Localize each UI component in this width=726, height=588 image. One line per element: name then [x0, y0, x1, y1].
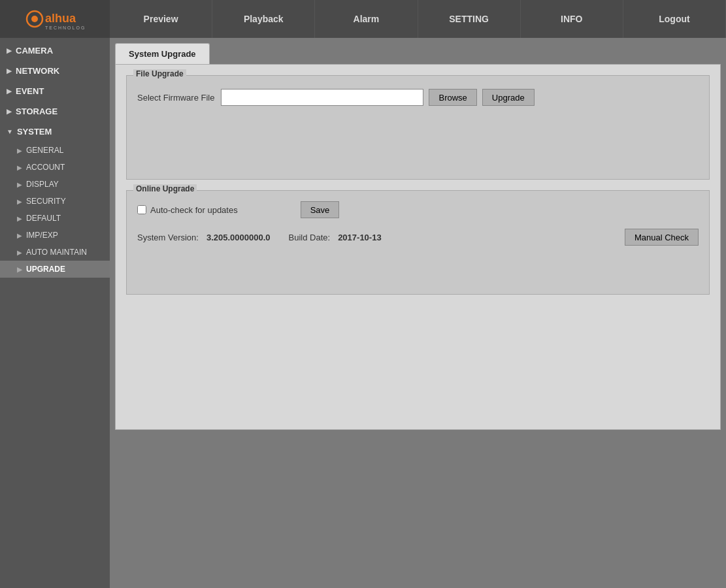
svg-point-1 — [31, 16, 38, 22]
camera-arrow-icon: ▶ — [7, 47, 12, 54]
security-arrow-icon: ▶ — [17, 198, 22, 205]
auto-check-label: Auto-check for updates — [150, 205, 238, 215]
sidebar-item-system[interactable]: ▼ SYSTEM — [0, 122, 110, 142]
nav-setting[interactable]: SETTING — [418, 0, 521, 38]
tab-system-upgrade[interactable]: System Upgrade — [115, 43, 210, 64]
sidebar-item-storage[interactable]: ▶ STORAGE — [0, 101, 110, 122]
nav-preview[interactable]: Preview — [110, 0, 212, 38]
sidebar-item-imp-exp[interactable]: ▶ IMP/EXP — [0, 227, 110, 244]
main-layout: ▶ CAMERA ▶ NETWORK ▶ EVENT ▶ STORAGE ▼ S… — [0, 38, 726, 588]
sidebar-item-general[interactable]: ▶ GENERAL — [0, 142, 110, 159]
online-upgrade-row1: Auto-check for updates Save — [127, 191, 709, 223]
build-date-value: 2017-10-13 — [338, 233, 382, 242]
auto-check-checkbox[interactable] — [137, 205, 146, 214]
sidebar-item-auto-maintain[interactable]: ▶ AUTO MAINTAIN — [0, 244, 110, 261]
svg-text:TECHNOLOGY: TECHNOLOGY — [45, 25, 84, 30]
system-version-value: 3.205.0000000.0 — [206, 233, 271, 242]
sidebar-item-upgrade[interactable]: ▶ UPGRADE — [0, 261, 110, 278]
system-arrow-icon: ▼ — [7, 128, 13, 135]
content-panel: File Upgrade Select Firmware File Browse… — [115, 64, 721, 430]
online-upgrade-row2: System Version: 3.205.0000000.0 Build Da… — [127, 223, 709, 256]
browse-button[interactable]: Browse — [429, 89, 476, 106]
main-nav: Preview Playback Alarm SETTING INFO Logo… — [110, 0, 726, 38]
nav-info[interactable]: INFO — [521, 0, 623, 38]
topbar: alhua TECHNOLOGY Preview Playback Alarm … — [0, 0, 726, 38]
display-arrow-icon: ▶ — [17, 181, 22, 188]
online-upgrade-section: Online Upgrade Auto-check for updates Sa… — [126, 190, 710, 295]
storage-arrow-icon: ▶ — [7, 108, 12, 115]
nav-alarm[interactable]: Alarm — [315, 0, 418, 38]
sidebar-item-camera[interactable]: ▶ CAMERA — [0, 41, 110, 61]
save-button[interactable]: Save — [301, 201, 340, 218]
sidebar-item-default[interactable]: ▶ DEFAULT — [0, 210, 110, 227]
sidebar: ▶ CAMERA ▶ NETWORK ▶ EVENT ▶ STORAGE ▼ S… — [0, 38, 110, 588]
nav-logout[interactable]: Logout — [623, 0, 726, 38]
build-date-label: Build Date: — [289, 233, 331, 242]
account-arrow-icon: ▶ — [17, 164, 22, 171]
sidebar-item-event[interactable]: ▶ EVENT — [0, 81, 110, 101]
firmware-file-input[interactable] — [221, 89, 423, 106]
event-arrow-icon: ▶ — [7, 88, 12, 95]
content-area: System Upgrade File Upgrade Select Firmw… — [110, 38, 726, 588]
upgrade-arrow-icon: ▶ — [17, 266, 22, 273]
auto-maintain-arrow-icon: ▶ — [17, 249, 22, 256]
auto-check-wrapper: Auto-check for updates — [137, 205, 238, 215]
file-upgrade-title: File Upgrade — [133, 69, 186, 78]
online-upgrade-title: Online Upgrade — [133, 184, 197, 193]
network-arrow-icon: ▶ — [7, 67, 12, 74]
general-arrow-icon: ▶ — [17, 147, 22, 154]
system-submenu: ▶ GENERAL ▶ ACCOUNT ▶ DISPLAY ▶ SECURITY… — [0, 142, 110, 278]
sidebar-item-security[interactable]: ▶ SECURITY — [0, 193, 110, 210]
file-upgrade-section: File Upgrade Select Firmware File Browse… — [126, 75, 710, 180]
sidebar-item-network[interactable]: ▶ NETWORK — [0, 61, 110, 81]
system-version-label: System Version: — [137, 233, 199, 242]
tab-bar: System Upgrade — [115, 43, 721, 64]
manual-check-button[interactable]: Manual Check — [625, 229, 699, 246]
imp-exp-arrow-icon: ▶ — [17, 232, 22, 239]
select-firmware-label: Select Firmware File — [137, 93, 214, 103]
nav-playback[interactable]: Playback — [212, 0, 315, 38]
svg-text:alhua: alhua — [45, 12, 76, 25]
default-arrow-icon: ▶ — [17, 215, 22, 222]
logo-area: alhua TECHNOLOGY — [0, 0, 110, 38]
file-upgrade-row: Select Firmware File Browse Upgrade — [127, 76, 709, 119]
sidebar-item-display[interactable]: ▶ DISPLAY — [0, 176, 110, 193]
sidebar-item-account[interactable]: ▶ ACCOUNT — [0, 159, 110, 176]
logo-icon: alhua TECHNOLOGY — [25, 7, 84, 31]
upgrade-button[interactable]: Upgrade — [482, 89, 535, 106]
